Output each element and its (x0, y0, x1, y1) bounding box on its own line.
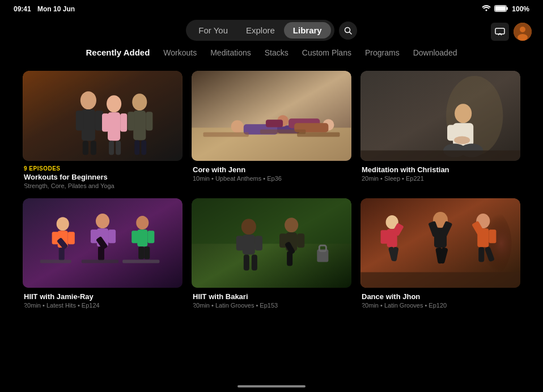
svg-rect-73 (82, 259, 118, 263)
svg-rect-82 (252, 254, 257, 270)
svg-rect-16 (83, 140, 88, 155)
svg-rect-28 (134, 140, 139, 155)
svg-rect-71 (144, 246, 150, 259)
subnav-stacks[interactable]: Stacks (265, 48, 289, 57)
card-core-jenn[interactable]: Core with Jenn 10min • Upbeat Anthems • … (192, 71, 351, 189)
svg-rect-20 (102, 113, 109, 131)
svg-point-54 (57, 217, 69, 231)
svg-point-8 (520, 27, 525, 32)
subnav-workouts[interactable]: Workouts (163, 48, 197, 57)
card-thumb-1 (23, 71, 183, 161)
card-subtitle-2: 10min • Upbeat Anthems • Ep36 (193, 175, 350, 182)
svg-rect-52 (360, 151, 520, 161)
svg-rect-86 (297, 233, 304, 248)
card-title-1: Workouts for Beginners (24, 173, 181, 181)
svg-rect-63 (108, 229, 116, 243)
svg-point-66 (136, 216, 149, 229)
avatar-image (514, 23, 532, 41)
thumb-svg-3 (360, 71, 520, 161)
svg-rect-19 (108, 112, 120, 140)
card-meditation-christian[interactable]: Meditation with Christian 20min • Sleep … (360, 71, 520, 189)
svg-rect-2 (507, 7, 508, 10)
card-thumb-3 (360, 71, 520, 161)
card-subtitle-6: 20min • Latin Grooves • Ep120 (362, 302, 519, 309)
svg-rect-108 (489, 229, 496, 243)
card-info-6: Dance with Jhon 20min • Latin Grooves • … (360, 292, 520, 309)
svg-rect-81 (244, 254, 249, 270)
svg-rect-80 (255, 236, 262, 250)
svg-rect-76 (192, 198, 351, 244)
svg-rect-70 (138, 246, 144, 259)
card-title-6: Dance with Jhon (362, 292, 519, 301)
svg-rect-56 (52, 232, 59, 244)
svg-point-45 (455, 104, 472, 123)
svg-rect-74 (122, 259, 159, 263)
card-thumb-2 (192, 71, 351, 161)
svg-point-49 (454, 136, 470, 144)
subnav-programs[interactable]: Programs (365, 48, 400, 57)
thumb-svg-6 (360, 198, 520, 288)
svg-rect-111 (360, 272, 520, 288)
subnav-meditations[interactable]: Meditations (210, 48, 251, 57)
subnav-recently-added[interactable]: Recently Added (86, 48, 150, 57)
thumb-svg-1 (23, 71, 183, 161)
svg-rect-58 (59, 248, 65, 260)
svg-point-0 (486, 10, 487, 11)
svg-rect-14 (76, 110, 84, 130)
nav-library[interactable]: Library (284, 22, 331, 39)
thumb-svg-5 (192, 198, 351, 288)
svg-rect-68 (131, 231, 138, 243)
nav-for-you[interactable]: For You (189, 22, 237, 39)
svg-point-12 (80, 91, 96, 109)
top-nav-right (491, 23, 532, 41)
svg-point-77 (241, 219, 256, 235)
subnav-custom-plans[interactable]: Custom Plans (302, 48, 351, 57)
svg-rect-40 (203, 132, 249, 137)
card-title-2: Core with Jenn (193, 165, 350, 174)
status-bar: 09:41 Mon 10 Jun 100% (0, 0, 543, 15)
search-button[interactable] (339, 22, 357, 40)
svg-point-9 (517, 34, 528, 41)
card-title-5: HIIT with Bakari (193, 292, 350, 301)
svg-rect-23 (116, 140, 121, 155)
svg-rect-57 (68, 232, 75, 244)
battery-pct: 100% (512, 5, 529, 13)
svg-rect-37 (266, 120, 283, 127)
svg-rect-15 (95, 110, 103, 130)
screen-mirroring-button[interactable] (491, 23, 509, 41)
wifi-icon (482, 5, 491, 13)
card-info-4: HIIT with Jamie-Ray 20min • Latest Hits … (23, 292, 183, 309)
card-info-5: HIIT with Bakari 20min • Latin Grooves •… (192, 292, 351, 309)
top-nav: For You Explore Library (0, 15, 543, 48)
svg-rect-79 (236, 236, 244, 250)
svg-rect-67 (137, 229, 147, 246)
card-hiit-jamie[interactable]: HIIT with Jamie-Ray 20min • Latest Hits … (23, 198, 183, 309)
sub-nav: Recently Added Workouts Meditations Stac… (0, 48, 543, 66)
thumb-svg-2 (192, 71, 351, 161)
svg-point-83 (285, 218, 298, 232)
search-icon (344, 27, 352, 35)
profile-avatar[interactable] (514, 23, 532, 41)
svg-point-24 (132, 93, 147, 110)
home-indicator (237, 385, 306, 387)
card-subtitle-5: 20min • Latin Grooves • Ep153 (193, 302, 350, 309)
card-info-1: 9 EPISODES Workouts for Beginners Streng… (23, 165, 183, 189)
svg-rect-25 (133, 110, 146, 140)
card-title-3: Meditation with Christian (362, 165, 519, 174)
thumb-svg-4 (23, 198, 183, 288)
svg-rect-17 (91, 140, 96, 155)
status-icons: 100% (482, 5, 529, 13)
svg-point-32 (231, 120, 244, 133)
card-workouts-beginners[interactable]: 9 EPISODES Workouts for Beginners Streng… (23, 71, 183, 189)
card-subtitle-4: 20min • Latest Hits • Ep124 (24, 302, 181, 309)
card-thumb-6 (360, 198, 520, 288)
svg-point-18 (107, 95, 121, 112)
card-dance-jhon[interactable]: Dance with Jhon 20min • Latin Grooves • … (360, 198, 520, 309)
svg-line-5 (349, 32, 351, 34)
subnav-downloaded[interactable]: Downloaded (413, 48, 457, 57)
nav-explore[interactable]: Explore (237, 22, 284, 39)
svg-point-60 (96, 214, 109, 228)
svg-rect-69 (147, 231, 154, 243)
status-time-date: 09:41 Mon 10 Jun (14, 5, 75, 13)
card-hiit-bakari[interactable]: HIIT with Bakari 20min • Latin Grooves •… (192, 198, 351, 309)
